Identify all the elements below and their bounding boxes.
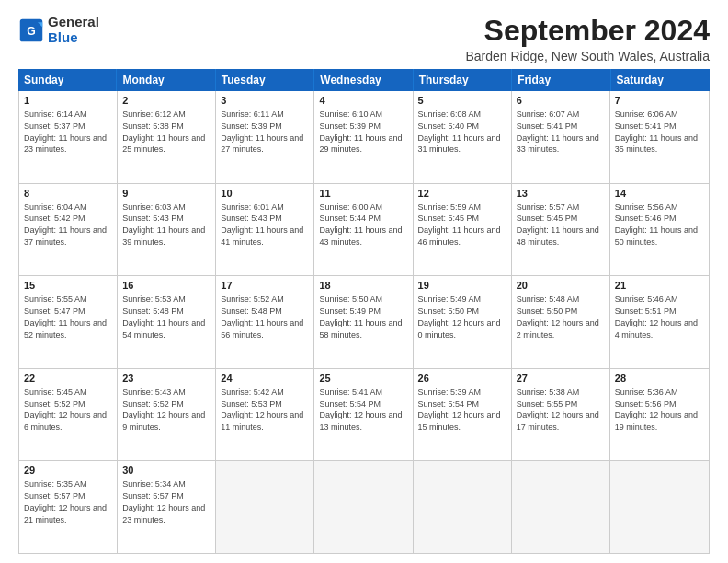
cell-20: 20 Sunrise: 5:48 AM Sunset: 5:50 PM Dayl… [512, 276, 610, 368]
cell-4: 4 Sunrise: 6:10 AM Sunset: 5:39 PM Dayli… [314, 91, 413, 183]
cell-17: 17 Sunrise: 5:52 AM Sunset: 5:48 PM Dayl… [216, 276, 314, 368]
cell-5: 5 Sunrise: 6:08 AM Sunset: 5:40 PM Dayli… [414, 91, 512, 183]
cell-12: 12 Sunrise: 5:59 AM Sunset: 5:45 PM Dayl… [414, 184, 512, 276]
week-3: 15 Sunrise: 5:55 AM Sunset: 5:47 PM Dayl… [19, 276, 709, 369]
cell-9: 9 Sunrise: 6:03 AM Sunset: 5:43 PM Dayli… [118, 184, 216, 276]
cell-23: 23 Sunrise: 5:43 AM Sunset: 5:52 PM Dayl… [118, 369, 216, 461]
logo-blue: Blue [48, 29, 78, 45]
cell-25: 25 Sunrise: 5:41 AM Sunset: 5:54 PM Dayl… [314, 369, 413, 461]
cell-26: 26 Sunrise: 5:39 AM Sunset: 5:54 PM Dayl… [414, 369, 512, 461]
cell-8: 8 Sunrise: 6:04 AM Sunset: 5:42 PM Dayli… [19, 184, 118, 276]
cell-13: 13 Sunrise: 5:57 AM Sunset: 5:45 PM Dayl… [512, 184, 610, 276]
cell-10: 10 Sunrise: 6:01 AM Sunset: 5:43 PM Dayl… [216, 184, 314, 276]
cell-empty-5 [610, 461, 709, 553]
day-1-num: 1 [24, 94, 112, 108]
cell-empty-4 [512, 461, 610, 553]
cell-19: 19 Sunrise: 5:49 AM Sunset: 5:50 PM Dayl… [414, 276, 512, 368]
cell-30: 30 Sunrise: 5:34 AM Sunset: 5:57 PM Dayl… [118, 461, 216, 553]
header-saturday: Saturday [611, 69, 710, 91]
cell-1: 1 Sunrise: 6:14 AM Sunset: 5:37 PM Dayli… [19, 91, 118, 183]
cell-28: 28 Sunrise: 5:36 AM Sunset: 5:56 PM Dayl… [610, 369, 709, 461]
header-friday: Friday [512, 69, 610, 91]
calendar-header: Sunday Monday Tuesday Wednesday Thursday… [18, 69, 710, 91]
cell-18: 18 Sunrise: 5:50 AM Sunset: 5:49 PM Dayl… [314, 276, 413, 368]
header-thursday: Thursday [414, 69, 512, 91]
cell-21: 21 Sunrise: 5:46 AM Sunset: 5:51 PM Dayl… [610, 276, 709, 368]
cell-empty-2 [314, 461, 413, 553]
cell-22: 22 Sunrise: 5:45 AM Sunset: 5:52 PM Dayl… [19, 369, 118, 461]
cell-empty-1 [216, 461, 314, 553]
logo-general: General [48, 14, 99, 29]
week-1: 1 Sunrise: 6:14 AM Sunset: 5:37 PM Dayli… [19, 91, 709, 184]
svg-text:G: G [27, 25, 36, 38]
header-tuesday: Tuesday [216, 69, 314, 91]
cell-29: 29 Sunrise: 5:35 AM Sunset: 5:57 PM Dayl… [19, 461, 118, 553]
cell-27: 27 Sunrise: 5:38 AM Sunset: 5:55 PM Dayl… [512, 369, 610, 461]
header-sunday: Sunday [18, 69, 117, 91]
calendar-body: 1 Sunrise: 6:14 AM Sunset: 5:37 PM Dayli… [18, 91, 710, 554]
title-block: September 2024 Barden Ridge, New South W… [465, 15, 710, 63]
location-title: Barden Ridge, New South Wales, Australia [465, 49, 710, 63]
cell-11: 11 Sunrise: 6:00 AM Sunset: 5:44 PM Dayl… [314, 184, 413, 276]
cell-6: 6 Sunrise: 6:07 AM Sunset: 5:41 PM Dayli… [512, 91, 610, 183]
page-header: G General Blue September 2024 Barden Rid… [18, 15, 710, 63]
header-monday: Monday [117, 69, 215, 91]
calendar-page: G General Blue September 2024 Barden Rid… [0, 0, 728, 563]
cell-empty-3 [414, 461, 512, 553]
cell-3: 3 Sunrise: 6:11 AM Sunset: 5:39 PM Dayli… [216, 91, 314, 183]
logo: G General Blue [18, 15, 99, 45]
week-2: 8 Sunrise: 6:04 AM Sunset: 5:42 PM Dayli… [19, 184, 709, 277]
cell-15: 15 Sunrise: 5:55 AM Sunset: 5:47 PM Dayl… [19, 276, 118, 368]
cell-16: 16 Sunrise: 5:53 AM Sunset: 5:48 PM Dayl… [118, 276, 216, 368]
cell-14: 14 Sunrise: 5:56 AM Sunset: 5:46 PM Dayl… [610, 184, 709, 276]
cell-2: 2 Sunrise: 6:12 AM Sunset: 5:38 PM Dayli… [118, 91, 216, 183]
logo-text: General Blue [48, 15, 99, 45]
header-wednesday: Wednesday [314, 69, 413, 91]
week-4: 22 Sunrise: 5:45 AM Sunset: 5:52 PM Dayl… [19, 369, 709, 462]
week-5: 29 Sunrise: 5:35 AM Sunset: 5:57 PM Dayl… [19, 461, 709, 553]
cell-24: 24 Sunrise: 5:42 AM Sunset: 5:53 PM Dayl… [216, 369, 314, 461]
cell-7: 7 Sunrise: 6:06 AM Sunset: 5:41 PM Dayli… [610, 91, 709, 183]
calendar: Sunday Monday Tuesday Wednesday Thursday… [18, 69, 710, 554]
logo-icon: G [18, 17, 44, 43]
month-title: September 2024 [465, 15, 710, 47]
day-1-info: Sunrise: 6:14 AM Sunset: 5:37 PM Dayligh… [24, 109, 107, 154]
